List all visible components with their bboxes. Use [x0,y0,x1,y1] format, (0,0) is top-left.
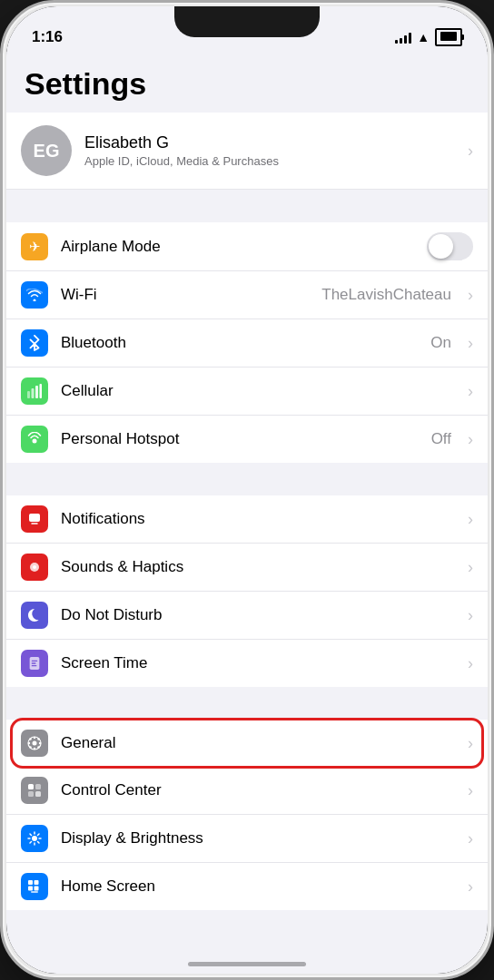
svg-point-15 [29,738,31,740]
svg-point-10 [33,741,37,746]
svg-rect-36 [31,891,38,893]
display-brightness-row[interactable]: Display & Brightness › [6,815,488,863]
signal-bar-3 [404,35,407,44]
airplane-mode-icon: ✈ [21,233,48,260]
wifi-value: TheLavishChateau [321,286,451,304]
svg-point-17 [29,746,31,748]
svg-point-23 [32,836,37,841]
svg-point-14 [39,742,41,744]
personal-hotspot-value: Off [431,430,451,448]
cellular-row[interactable]: Cellular › [6,368,488,416]
control-center-chevron-icon: › [468,781,473,800]
bluetooth-row[interactable]: Bluetooth On › [6,319,488,368]
screen-time-row[interactable]: Screen Time › [6,640,488,687]
signal-bars-icon [395,31,411,44]
svg-rect-2 [35,386,38,398]
svg-line-30 [38,834,40,836]
control-center-label: Control Center [61,781,455,799]
svg-point-11 [34,737,35,739]
profile-chevron-icon: › [468,142,473,161]
display-brightness-icon [21,825,48,852]
phone-frame: 1:16 ▲ [0,0,494,980]
airplane-mode-row[interactable]: ✈ Airplane Mode [6,222,488,271]
home-indicator [188,962,306,966]
signal-bar-2 [400,38,402,44]
notch [174,6,320,37]
sounds-icon [21,554,48,581]
screen-time-icon [21,650,48,677]
general-icon [21,730,48,757]
airplane-mode-toggle[interactable] [427,232,473,260]
notifications-icon [21,505,48,533]
svg-rect-19 [28,784,34,789]
sounds-haptics-row[interactable]: Sounds & Haptics › [6,544,488,592]
home-screen-row[interactable]: Home Screen › [6,863,488,910]
personal-hotspot-label: Personal Hotspot [61,430,419,448]
profile-info: Elisabeth G Apple ID, iCloud, Media & Pu… [84,133,455,168]
page-title: Settings [6,52,488,113]
svg-rect-22 [35,791,41,797]
svg-line-31 [30,842,32,844]
home-screen-chevron-icon: › [468,877,473,897]
screen-time-label: Screen Time [61,654,455,672]
svg-rect-33 [35,880,39,885]
status-time: 1:16 [32,28,63,46]
svg-rect-32 [28,880,33,885]
personal-hotspot-row[interactable]: Personal Hotspot Off › [6,416,488,463]
notifications-label: Notifications [61,510,455,528]
notifications-section: Notifications › Sounds & Haptics › [6,495,488,687]
general-row[interactable]: General › [6,720,488,767]
signal-bar-1 [395,40,398,44]
wifi-status-icon: ▲ [417,30,430,44]
svg-rect-35 [35,887,39,891]
do-not-disturb-label: Do Not Disturb [61,606,455,624]
bluetooth-chevron-icon: › [468,334,473,353]
bluetooth-label: Bluetooth [61,334,418,352]
svg-point-13 [28,742,30,744]
svg-rect-3 [40,384,43,398]
toggle-knob [429,234,453,259]
do-not-disturb-chevron-icon: › [468,606,473,625]
wifi-row[interactable]: Wi-Fi TheLavishChateau › [6,271,488,319]
status-icons: ▲ [395,28,462,46]
profile-name: Elisabeth G [84,133,455,152]
general-row-wrapper: General › [6,720,488,767]
svg-rect-34 [28,887,33,891]
hotspot-icon [21,426,48,453]
svg-point-12 [34,748,35,750]
wifi-label: Wi-Fi [61,286,309,304]
profile-row[interactable]: EG Elisabeth G Apple ID, iCloud, Media &… [6,113,488,190]
screen-time-chevron-icon: › [468,654,473,673]
signal-bar-4 [409,33,411,44]
svg-point-18 [37,746,39,748]
cellular-chevron-icon: › [468,382,473,401]
section-gap-2 [6,463,488,495]
control-center-row[interactable]: Control Center › [6,767,488,815]
notifications-row[interactable]: Notifications › [6,495,488,544]
display-brightness-label: Display & Brightness [61,829,455,848]
screen: 1:16 ▲ [6,6,488,974]
home-screen-label: Home Screen [61,877,455,896]
connectivity-section: ✈ Airplane Mode [6,222,488,463]
svg-rect-20 [35,784,41,789]
sounds-haptics-chevron-icon: › [468,558,473,577]
svg-point-7 [33,565,36,569]
bluetooth-icon [21,329,48,357]
airplane-mode-label: Airplane Mode [61,238,414,256]
content-area: Settings EG Elisabeth G Apple ID, iCloud… [6,52,488,974]
home-screen-icon [21,873,48,900]
phone-inner: 1:16 ▲ [6,6,488,974]
display-brightness-chevron-icon: › [468,829,473,848]
sounds-haptics-label: Sounds & Haptics [61,558,455,576]
control-center-icon [21,777,48,804]
svg-rect-21 [28,791,34,797]
system-section: General › [6,720,488,910]
general-chevron-icon: › [468,734,473,753]
do-not-disturb-icon [21,602,48,629]
avatar: EG [21,125,72,176]
svg-rect-0 [27,391,30,398]
do-not-disturb-row[interactable]: Do Not Disturb › [6,592,488,640]
profile-subtitle: Apple ID, iCloud, Media & Purchases [84,154,455,168]
cellular-label: Cellular [61,382,455,400]
section-gap-1 [6,190,488,222]
